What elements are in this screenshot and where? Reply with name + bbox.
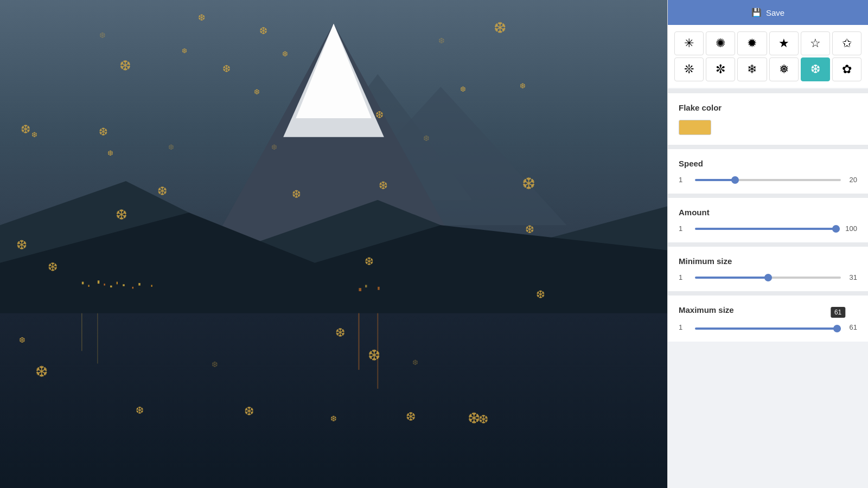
min-size-title: Minimum size xyxy=(679,256,857,266)
svg-rect-18 xyxy=(151,285,152,286)
shape-btn-snow1[interactable]: ❊ xyxy=(674,57,704,81)
min-size-slider[interactable] xyxy=(695,277,841,279)
flake: ❆ xyxy=(365,256,374,267)
shape-btn-snow6[interactable]: ✿ xyxy=(832,57,861,81)
svg-rect-10 xyxy=(88,285,89,286)
flake-color-title: Flake color xyxy=(679,103,857,112)
shape-btn-asterisk6[interactable]: ✺ xyxy=(706,31,735,55)
shape-btn-star-outline2[interactable]: ✩ xyxy=(832,31,861,55)
flake: ❆ xyxy=(116,208,127,222)
flake: ❆ xyxy=(406,411,416,423)
min-size-max-label: 31 xyxy=(846,273,857,281)
flake: ❆ xyxy=(16,239,27,252)
max-size-title: Maximum size xyxy=(679,305,857,314)
amount-slider[interactable] xyxy=(695,228,840,230)
flake-color-swatch[interactable] xyxy=(679,120,711,135)
speed-max-label: 20 xyxy=(846,176,857,184)
flake: ❆ xyxy=(136,406,144,415)
svg-rect-9 xyxy=(82,282,84,285)
flake: ❆ xyxy=(119,59,131,73)
sidebar: 💾 Save ✳ ✺ ✹ ★ ☆ ✩ ❊ ✼ ❄ ❅ ❆ ✿ Flake col… xyxy=(667,0,868,488)
shape-btn-snow3[interactable]: ❄ xyxy=(737,57,767,81)
divider-2 xyxy=(668,145,868,149)
flake: ❆ xyxy=(494,21,506,36)
flake: ❆ xyxy=(525,224,534,235)
flake: ❆ xyxy=(536,289,545,300)
flake: ❆ xyxy=(182,48,187,54)
speed-slider[interactable] xyxy=(695,179,841,181)
amount-min-label: 1 xyxy=(679,224,690,233)
flake: ❆ xyxy=(157,185,167,197)
flake: ❆ xyxy=(375,110,384,120)
flake: ❆ xyxy=(244,406,254,418)
flake: ❆ xyxy=(379,180,388,191)
flake: ❆ xyxy=(212,361,218,368)
shape-btn-splat[interactable]: ✹ xyxy=(737,31,767,55)
svg-rect-21 xyxy=(378,287,379,290)
svg-rect-20 xyxy=(365,285,367,287)
svg-rect-17 xyxy=(138,283,140,286)
flake: ❆ xyxy=(335,327,345,339)
flake: ❆ xyxy=(282,50,288,57)
speed-section: Speed 1 20 xyxy=(668,149,868,194)
svg-rect-12 xyxy=(104,284,105,285)
flake: ❆ xyxy=(222,64,231,74)
amount-title: Amount xyxy=(679,208,857,217)
save-button[interactable]: 💾 Save xyxy=(668,0,868,25)
max-size-tooltip-wrapper: 61 xyxy=(695,322,841,332)
flake: ❆ xyxy=(330,415,337,422)
amount-max-label: 100 xyxy=(845,224,857,233)
max-size-section: Maximum size 1 61 61 xyxy=(668,296,868,342)
flake: ❆ xyxy=(438,37,445,44)
divider-5 xyxy=(668,291,868,296)
flake: ❆ xyxy=(520,82,526,89)
min-size-min-label: 1 xyxy=(679,273,690,281)
divider-1 xyxy=(668,89,868,93)
flake: ❆ xyxy=(522,176,535,192)
max-size-slider[interactable] xyxy=(695,328,841,330)
max-size-min-label: 1 xyxy=(679,323,690,331)
shape-btn-snow2[interactable]: ✼ xyxy=(706,57,735,81)
flake: ❆ xyxy=(368,348,380,363)
flake: ❆ xyxy=(271,144,277,151)
flake: ❆ xyxy=(168,144,174,151)
shape-grid: ✳ ✺ ✹ ★ ☆ ✩ ❊ ✼ ❄ ❅ ❆ ✿ xyxy=(668,25,868,88)
divider-3 xyxy=(668,194,868,198)
flake: ❆ xyxy=(35,364,48,380)
shape-btn-snow4[interactable]: ❅ xyxy=(769,57,799,81)
flake-color-section: Flake color xyxy=(668,93,868,145)
amount-section: Amount 1 100 xyxy=(668,198,868,242)
min-size-section: Minimum size 1 31 xyxy=(668,247,868,291)
svg-rect-15 xyxy=(123,284,124,286)
flake: ❆ xyxy=(48,261,58,273)
svg-rect-13 xyxy=(110,286,112,287)
flake: ❆ xyxy=(19,336,25,344)
flake: ❆ xyxy=(21,124,30,136)
flake: ❆ xyxy=(259,26,267,36)
amount-slider-row: 1 100 xyxy=(679,224,857,233)
flake: ❆ xyxy=(292,189,301,200)
shape-btn-asterisk[interactable]: ✳ xyxy=(674,31,704,55)
svg-rect-14 xyxy=(117,282,118,285)
svg-rect-11 xyxy=(98,280,99,284)
shape-btn-star-filled[interactable]: ★ xyxy=(769,31,799,55)
canvas-area: ❆❆❆❆❆❆❆❆❆❆❆❆❆❆❆❆❆❆❆❆❆❆❆❆❆❆❆❆❆❆❆❆❆❆❆❆❆❆❆❆… xyxy=(0,0,667,488)
flake: ❆ xyxy=(99,126,108,137)
flake: ❆ xyxy=(478,414,488,426)
svg-rect-19 xyxy=(359,288,361,291)
divider-4 xyxy=(668,242,868,247)
speed-title: Speed xyxy=(679,159,857,168)
flake: ❆ xyxy=(31,131,37,138)
speed-slider-row: 1 20 xyxy=(679,176,857,184)
svg-rect-16 xyxy=(132,287,133,288)
svg-rect-8 xyxy=(0,313,667,488)
shape-btn-snow5[interactable]: ❆ xyxy=(801,57,830,81)
min-size-slider-row: 1 31 xyxy=(679,273,857,281)
flake: ❆ xyxy=(423,134,430,142)
max-size-max-label: 61 xyxy=(846,323,857,331)
shape-btn-star-outline[interactable]: ☆ xyxy=(801,31,830,55)
flake: ❆ xyxy=(198,14,205,22)
max-size-slider-row: 1 61 61 xyxy=(679,322,857,332)
flake: ❆ xyxy=(460,86,466,93)
flake: ❆ xyxy=(254,88,260,95)
